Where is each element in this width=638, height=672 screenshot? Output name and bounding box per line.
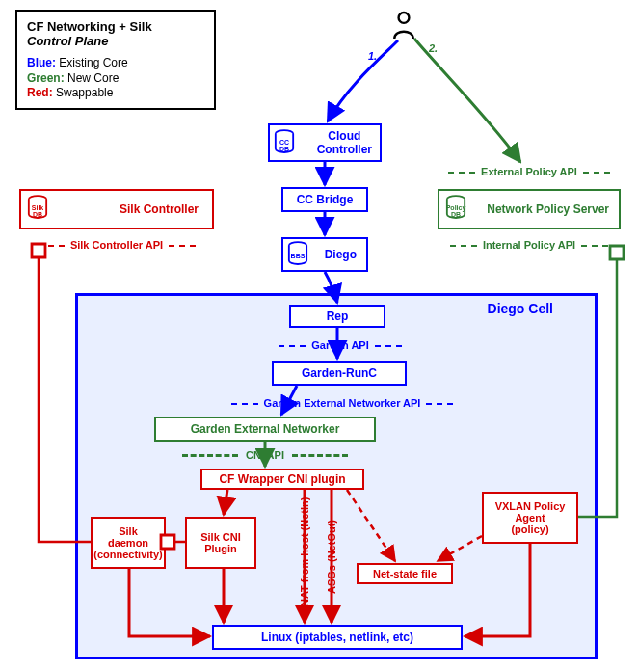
diagram-stage: CF Networking + Silk Control Plane Blue:… <box>0 0 638 672</box>
db-bbs-icon <box>287 241 308 266</box>
diego-cell-title: Diego Cell <box>488 301 553 316</box>
api-internal-policy: Internal Policy API <box>438 239 621 251</box>
node-garden-runc: Garden-RunC <box>272 361 407 386</box>
legend-title-1: CF Networking + Silk <box>27 19 204 34</box>
label-asg: ASGs (NetOut) <box>326 505 337 609</box>
edge-label-2: 2. <box>429 42 438 54</box>
label-nat: NAT from host (NetIn) <box>299 494 310 609</box>
api-cni: CNI API <box>154 449 376 461</box>
node-linux: Linux (iptables, netlink, etc) <box>212 625 463 650</box>
legend-row-red: Red: Swappable <box>27 86 204 101</box>
db-policy-icon <box>445 195 466 220</box>
node-rep: Rep <box>289 305 385 328</box>
legend-blue-label: Blue: <box>27 56 56 69</box>
api-external-policy: External Policy API <box>438 166 621 177</box>
legend-row-blue: Blue: Existing Core <box>27 56 204 71</box>
node-silk-cni: Silk CNI Plugin <box>185 517 256 569</box>
node-netstate: Net-state file <box>357 563 453 584</box>
legend-red-label: Red: <box>27 86 53 99</box>
user-icon <box>391 10 416 40</box>
edge-label-1: 1. <box>368 50 377 62</box>
db-silk-icon <box>27 195 48 220</box>
api-garden: Garden API <box>268 339 412 351</box>
legend-green-label: Green: <box>27 71 65 85</box>
api-silk-controller: Silk Controller API <box>19 239 214 251</box>
legend-green-text: New Core <box>67 71 119 85</box>
db-cc-icon <box>274 129 295 154</box>
legend-blue-text: Existing Core <box>59 56 127 69</box>
svg-point-0 <box>399 13 410 23</box>
legend-row-green: Green: New Core <box>27 71 204 87</box>
api-cni-label: CNI API <box>246 449 284 461</box>
node-cf-wrapper: CF Wrapper CNI plugin <box>200 469 364 490</box>
node-vxlan: VXLAN Policy Agent (policy) <box>482 492 578 544</box>
node-silk-daemon: Silk daemon (connectivity) <box>91 517 166 569</box>
api-garden-ext: Garden External Networker API <box>202 397 482 409</box>
legend-red-text: Swappable <box>56 86 113 99</box>
legend-title-2: Control Plane <box>27 34 204 48</box>
legend-box: CF Networking + Silk Control Plane Blue:… <box>15 10 216 110</box>
node-garden-ext-networker: Garden External Networker <box>154 417 376 442</box>
node-cc-bridge: CC Bridge <box>281 187 368 212</box>
node-silk-controller: Silk Controller <box>19 189 214 229</box>
